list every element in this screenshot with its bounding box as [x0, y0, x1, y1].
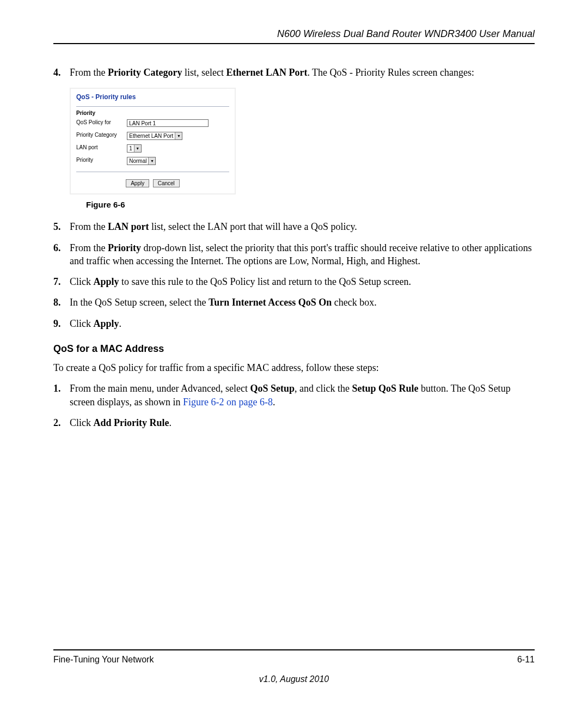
- step-list-a: 4.From the Priority Category list, selec…: [53, 66, 535, 79]
- section-intro: To create a QoS policy for traffic from …: [53, 361, 535, 374]
- qos-policy-for-field[interactable]: LAN Port 1: [127, 119, 209, 127]
- step-text: From the LAN port list, select the LAN p…: [70, 221, 357, 232]
- step-text: Click Apply to save this rule to the QoS…: [70, 276, 411, 287]
- panel-divider: [76, 106, 229, 107]
- step-number: 4.: [53, 66, 61, 79]
- step-list-b: 5.From the LAN port list, select the LAN…: [53, 220, 535, 330]
- apply-button[interactable]: Apply: [126, 179, 149, 187]
- list-item: 6.From the Priority drop-down list, sele…: [53, 241, 535, 268]
- figure-6-6: QoS - Priority rules Priority QoS Policy…: [70, 88, 535, 209]
- step-number: 8.: [53, 296, 61, 309]
- list-item: 4.From the Priority Category list, selec…: [53, 66, 535, 79]
- page-footer: Fine-Tuning Your Network 6-11 v1.0, Augu…: [53, 649, 535, 684]
- list-item: 9.Click Apply.: [53, 317, 535, 330]
- priority-select[interactable]: Normal ▼: [127, 157, 156, 165]
- list-item: 2.Click Add Priority Rule.: [53, 416, 535, 429]
- priority-category-label: Priority Category: [76, 129, 127, 141]
- priority-fields-table: QoS Policy for LAN Port 1 Priority Categ…: [76, 116, 229, 166]
- step-number: 9.: [53, 317, 61, 330]
- panel-title: QoS - Priority rules: [76, 93, 229, 101]
- list-item: 1.From the main menu, under Advanced, se…: [53, 382, 535, 409]
- panel-divider-bottom: [76, 172, 229, 172]
- qos-policy-for-label: QoS Policy for: [76, 116, 127, 129]
- figure-caption: Figure 6-6: [86, 200, 535, 209]
- page-header: N600 Wireless Dual Band Router WNDR3400 …: [53, 28, 535, 43]
- step-text: Click Apply.: [70, 318, 121, 329]
- qos-panel: QoS - Priority rules Priority QoS Policy…: [70, 88, 236, 194]
- step-text: From the main menu, under Advanced, sele…: [70, 383, 511, 407]
- cancel-button[interactable]: Cancel: [153, 179, 180, 187]
- list-item: 7.Click Apply to save this rule to the Q…: [53, 275, 535, 288]
- step-text: From the Priority Category list, select …: [70, 67, 474, 78]
- step-number: 1.: [53, 382, 61, 395]
- main-content: 4.From the Priority Category list, selec…: [53, 44, 535, 429]
- lan-port-label: LAN port: [76, 141, 127, 154]
- footer-version: v1.0, August 2010: [53, 674, 535, 684]
- step-text: Click Add Priority Rule.: [70, 417, 171, 428]
- list-item: 8.In the QoS Setup screen, select the Tu…: [53, 296, 535, 309]
- step-text: In the QoS Setup screen, select the Turn…: [70, 297, 377, 308]
- step-number: 5.: [53, 220, 61, 233]
- chevron-down-icon: ▼: [148, 157, 155, 165]
- panel-button-bar: Apply Cancel: [76, 176, 229, 188]
- step-text: From the Priority drop-down list, select…: [70, 242, 532, 266]
- step-number: 2.: [53, 416, 61, 429]
- footer-left: Fine-Tuning Your Network: [53, 655, 154, 665]
- step-number: 6.: [53, 241, 61, 254]
- chevron-down-icon: ▼: [134, 145, 141, 152]
- chevron-down-icon: ▼: [175, 132, 182, 139]
- footer-right: 6-11: [517, 655, 535, 665]
- step-number: 7.: [53, 275, 61, 288]
- section-heading-qos-mac: QoS for a MAC Address: [53, 343, 535, 355]
- priority-category-select[interactable]: Ethernet LAN Port ▼: [127, 132, 182, 140]
- priority-section-label: Priority: [76, 110, 229, 116]
- step-list-c: 1.From the main menu, under Advanced, se…: [53, 382, 535, 429]
- list-item: 5.From the LAN port list, select the LAN…: [53, 220, 535, 233]
- lan-port-select[interactable]: 1 ▼: [127, 144, 142, 153]
- priority-label: Priority: [76, 154, 127, 166]
